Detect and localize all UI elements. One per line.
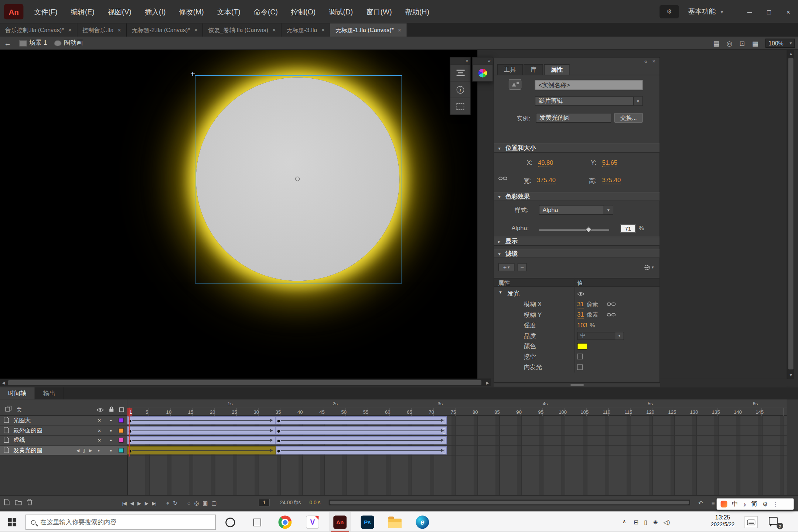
close-button[interactable]: × (779, 0, 798, 23)
edit-symbols-icon[interactable]: ▤ (713, 40, 719, 47)
filter-options-gear-button[interactable]: ▾ (641, 263, 657, 271)
transform-panel-button[interactable] (450, 98, 470, 114)
new-folder-button[interactable] (15, 498, 22, 508)
tween-span[interactable] (276, 416, 447, 424)
tab-close-icon[interactable]: × (68, 27, 72, 34)
layer-outline-color[interactable] (119, 418, 124, 423)
tween-span[interactable] (127, 446, 276, 454)
ime-item-3[interactable]: ⚙ (763, 501, 768, 508)
y-position-value[interactable]: 51.65 (602, 159, 617, 167)
menu-item-3[interactable]: 插入(I) (138, 0, 173, 23)
x-position-value[interactable]: 49.80 (538, 159, 553, 167)
menu-item-0[interactable]: 文件(F) (27, 0, 64, 23)
ime-logo-icon[interactable] (721, 501, 727, 508)
layer-row[interactable]: 发黄光的圆◀▯▶•• (0, 446, 127, 456)
v-app-taskbar-button[interactable]: V (301, 512, 324, 532)
delete-layer-button[interactable] (27, 498, 33, 508)
onion-skin-button[interactable]: ◌ (187, 500, 190, 506)
tab-close-icon[interactable]: × (398, 27, 402, 34)
remove-filter-button[interactable]: − (518, 263, 527, 271)
center-stage-icon[interactable]: ◎ (726, 40, 732, 47)
scroll-up-icon[interactable]: ▲ (787, 50, 794, 57)
layer-depth-toggle[interactable]: 关 (16, 406, 22, 414)
stage-horizontal-scrollbar[interactable]: ◀ ▶ (0, 379, 491, 386)
panel-resize-grip[interactable] (494, 383, 660, 387)
slider-thumb[interactable] (585, 226, 592, 233)
modify-markers-button[interactable]: ▢ (211, 499, 216, 506)
lock-aspect-link-icon[interactable] (498, 175, 508, 183)
back-button[interactable]: ← (0, 39, 15, 47)
photoshop-taskbar-button[interactable]: Ps (356, 512, 379, 532)
layer-frames-row[interactable] (127, 416, 787, 426)
chrome-taskbar-button[interactable] (274, 512, 296, 532)
layer-frames-row[interactable] (127, 436, 787, 446)
doc-tab[interactable]: 恢复_卷轴.fla (Canvas)× (203, 23, 282, 37)
doc-tab[interactable]: 无标题-3.fla× (282, 23, 330, 37)
scene-name[interactable]: 场景 1 (29, 39, 47, 47)
layer-row[interactable]: 虚线×• (0, 436, 127, 446)
menu-item-10[interactable]: 帮助(H) (399, 0, 436, 23)
tween-span[interactable] (276, 426, 447, 434)
挖空-checkbox[interactable] (577, 354, 583, 359)
section-header-filters[interactable]: ▾滤镜 (494, 249, 660, 258)
tab-close-icon[interactable]: × (272, 27, 276, 34)
edge-taskbar-button[interactable]: e (411, 512, 434, 532)
section-header-position-size[interactable]: ▾位置和大小 (494, 143, 660, 153)
instance-reference-field[interactable]: 发黄光的圆 (536, 113, 611, 123)
menu-item-2[interactable]: 视图(V) (101, 0, 138, 23)
panel-tab-工具[interactable]: 工具 (497, 64, 523, 75)
alpha-value-input[interactable]: 71 (620, 224, 635, 232)
scrollbar-thumb[interactable] (8, 380, 481, 385)
prev-keyframe-icon[interactable]: ◀ (76, 448, 79, 453)
volume-tray-icon[interactable]: ◁) (664, 519, 670, 526)
file-explorer-button[interactable] (384, 512, 406, 532)
crop-stage-icon[interactable]: ⊡ (739, 40, 745, 47)
taskbar-clock[interactable]: 13:252022/5/22 (704, 514, 741, 527)
color-style-dropdown[interactable]: Alpha▾ (539, 205, 613, 215)
filter-number-value[interactable]: 31 (577, 300, 584, 308)
layer-lock-toggle[interactable]: • (110, 427, 112, 434)
frame-rate-value[interactable]: 24.00 fps (280, 500, 301, 505)
layer-lock-toggle[interactable]: • (110, 447, 112, 454)
chevron-down-icon[interactable]: ▾ (633, 97, 642, 105)
playhead[interactable] (129, 407, 130, 456)
scroll-down-icon[interactable]: ▼ (787, 372, 794, 379)
timeline-tab-时间轴[interactable]: 时间轴 (0, 387, 35, 399)
tab-close-icon[interactable]: × (321, 27, 325, 34)
layer-visibility-toggle[interactable]: • (98, 447, 99, 454)
timeline-ruler[interactable]: 1s2s3s4s5s6s 151015202530354045505560657… (127, 399, 787, 416)
reset-timeline-zoom-button[interactable]: ↶ (698, 499, 702, 506)
layer-frames-row[interactable] (127, 426, 787, 436)
height-value[interactable]: 375.40 (602, 177, 621, 184)
disclosure-triangle-icon[interactable]: ▾ (499, 290, 501, 295)
panel-tab-属性[interactable]: 属性 (544, 64, 570, 75)
内发光-checkbox[interactable] (577, 364, 583, 370)
workspace-dropdown[interactable]: 基本功能▾ (688, 0, 723, 23)
link-icon[interactable] (607, 310, 616, 320)
onion-skin-outlines-button[interactable]: ◎ (194, 499, 198, 506)
alpha-slider[interactable] (539, 226, 609, 233)
network-tray-icon[interactable]: ⊕ (653, 519, 658, 526)
layer-frames-row[interactable] (127, 446, 787, 456)
chevron-down-icon[interactable]: ▾ (615, 332, 623, 339)
width-value[interactable]: 375.40 (537, 177, 556, 184)
filter-number-value[interactable]: 31 (577, 311, 584, 319)
animate-taskbar-button[interactable]: An (329, 512, 351, 532)
info-panel-button[interactable]: i (450, 81, 470, 98)
ime-item-1[interactable]: ♪ (743, 501, 746, 508)
loop-button[interactable]: ↻ (173, 499, 177, 506)
zoom-level-dropdown[interactable]: 100%▾ (765, 39, 795, 48)
timeline-tab-输出[interactable]: 输出 (35, 387, 64, 399)
tween-span[interactable] (276, 436, 447, 444)
section-header-display[interactable]: ▸显示 (494, 237, 660, 246)
menu-item-4[interactable]: 修改(M) (172, 0, 210, 23)
menu-item-7[interactable]: 控制(O) (284, 0, 322, 23)
minimize-button[interactable]: ─ (740, 0, 759, 23)
go-to-first-frame-button[interactable]: |◀ (122, 500, 126, 505)
filter-glow-row[interactable]: ▾ 发光 (494, 289, 660, 298)
layer-visibility-toggle[interactable]: × (98, 417, 101, 424)
battery-tray-icon[interactable]: ▯ (644, 519, 647, 526)
scroll-right-icon[interactable]: ▶ (484, 379, 491, 386)
instance-name-input[interactable]: <实例名称> (535, 80, 643, 90)
menu-item-6[interactable]: 命令(C) (247, 0, 284, 23)
